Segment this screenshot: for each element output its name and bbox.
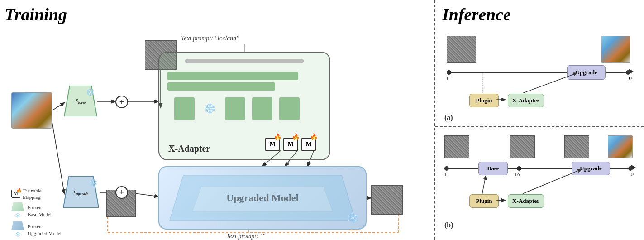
svg-marker-21 bbox=[192, 187, 333, 211]
plugin-box-a[interactable]: Plugin bbox=[469, 94, 499, 107]
inf-color-a bbox=[601, 36, 630, 63]
adapter-sq4 bbox=[279, 97, 300, 120]
fire-3: 🔥 bbox=[310, 133, 318, 141]
encoder-base: εbase ❄️ bbox=[64, 86, 97, 116]
legend-blue-shape bbox=[11, 221, 24, 230]
x-adapter-box: ❄️ X-Adapter M🔥 M🔥 M🔥 bbox=[158, 52, 330, 160]
dot-b-left bbox=[444, 166, 449, 171]
encoder-base-sub: base bbox=[78, 101, 86, 105]
inf-noise-b3 bbox=[564, 135, 589, 158]
xadapter-box-a[interactable]: X-Adapter bbox=[508, 94, 544, 107]
t0-label-b: T₀ bbox=[514, 171, 520, 178]
inf-noise-b2 bbox=[510, 135, 535, 158]
part-a-label: (a) bbox=[444, 114, 453, 122]
svg-line-0 bbox=[52, 103, 64, 110]
text-prompt-top: Text prompt: "Iceland" bbox=[181, 35, 239, 42]
plus-circle-top: + bbox=[115, 96, 128, 108]
plugin-label-a: Plugin bbox=[476, 97, 492, 104]
arrow-a bbox=[629, 69, 634, 74]
upgraded-model-box: Upgraded Model ❄️ bbox=[158, 166, 367, 230]
xadapter-box-b[interactable]: X-Adapter bbox=[508, 194, 544, 208]
input-image bbox=[11, 92, 52, 129]
inference-section: Inference T 0 Upgrade Plugin bbox=[434, 0, 644, 240]
legend-m-icon: M🔥 bbox=[11, 190, 20, 198]
dot-a-left bbox=[447, 70, 451, 75]
legend-frozen-upgraded: ❄️ FrozenUpgraded Model bbox=[11, 221, 62, 239]
encoder-upgrade-sub: upgrade bbox=[76, 192, 88, 196]
adapter-bars bbox=[163, 70, 326, 95]
xadapter-label-b: X-Adapter bbox=[512, 197, 539, 205]
base-label-b: Base bbox=[487, 165, 499, 172]
noise-output bbox=[371, 185, 403, 215]
legend-frozen-upgraded-label: FrozenUpgraded Model bbox=[28, 223, 62, 236]
encoder-upgrade: εupgrade ❄️ bbox=[63, 176, 99, 208]
inf-color-b bbox=[608, 135, 633, 158]
inf-noise-b1 bbox=[444, 135, 469, 158]
training-title: Training bbox=[5, 5, 430, 24]
encoder-base-snowflake: ❄️ bbox=[86, 88, 95, 96]
arrow-b bbox=[631, 165, 636, 170]
training-section: Training bbox=[0, 0, 434, 240]
upgraded-snowflake: ❄️ bbox=[347, 212, 359, 224]
upgrade-label-b: Upgrade bbox=[580, 165, 601, 172]
x-adapter-label: X-Adapter bbox=[168, 144, 210, 154]
m-box-2: M🔥 bbox=[283, 138, 298, 151]
text-prompt-bottom: Text prompt: "" bbox=[226, 233, 265, 240]
adapter-squares-row: ❄️ bbox=[163, 95, 326, 122]
xadapter-label-a: X-Adapter bbox=[512, 97, 539, 104]
zero-label-b: 0 bbox=[631, 171, 634, 178]
adapter-snowflake: ❄️ bbox=[204, 103, 216, 115]
legend: M🔥 Trainable Mapping ❄️ FrozenBase Model… bbox=[11, 187, 62, 240]
fire-2: 🔥 bbox=[292, 133, 300, 141]
t-label-a: T bbox=[446, 75, 449, 82]
part-b-label: (b) bbox=[444, 221, 453, 229]
plugin-label-b: Plugin bbox=[476, 197, 492, 205]
m-box-3: M🔥 bbox=[301, 138, 316, 151]
encoder-upgrade-snowflake: ❄️ bbox=[89, 178, 98, 187]
upgrade-box-a[interactable]: Upgrade bbox=[567, 65, 606, 80]
upgrade-box-b[interactable]: Upgrade bbox=[572, 162, 610, 175]
t-label-b: T bbox=[444, 171, 447, 178]
legend-green-shape bbox=[11, 202, 24, 211]
fire-1: 🔥 bbox=[274, 133, 281, 141]
legend-trainable: M🔥 Trainable Mapping bbox=[11, 187, 62, 201]
inference-part-b: T T₀ 0 Base Upgrade Plugin X-Adapter bbox=[442, 127, 637, 231]
inf-noise-a bbox=[447, 36, 476, 63]
dot-b-mid bbox=[517, 166, 521, 171]
adapter-sq3 bbox=[252, 97, 272, 120]
zero-label-a: 0 bbox=[629, 75, 632, 82]
text-prompt-bar bbox=[185, 59, 304, 63]
adapter-sq1 bbox=[174, 97, 195, 120]
svg-line-1 bbox=[52, 122, 64, 193]
legend-frozen-base-label: FrozenBase Model bbox=[28, 204, 52, 217]
m-box-1: M🔥 bbox=[265, 138, 280, 151]
inference-title: Inference bbox=[442, 5, 637, 24]
svg-line-27 bbox=[482, 176, 486, 193]
main-container: Training bbox=[0, 0, 644, 240]
adapter-sq2 bbox=[225, 97, 245, 120]
plugin-box-b[interactable]: Plugin bbox=[469, 194, 499, 208]
legend-frozen-base: ❄️ FrozenBase Model bbox=[11, 202, 62, 220]
plus-circle-bottom: + bbox=[115, 186, 128, 199]
m-box-group: M🔥 M🔥 M🔥 bbox=[265, 138, 316, 151]
training-diagram: Loss εbase ❄️ + bbox=[5, 27, 430, 240]
upgrade-label-a: Upgrade bbox=[575, 69, 597, 76]
inference-part-a: T 0 Upgrade Plugin X-Adapter bbox=[442, 27, 637, 126]
legend-trainable-label: Trainable Mapping bbox=[23, 187, 42, 201]
base-box-b[interactable]: Base bbox=[478, 162, 508, 175]
